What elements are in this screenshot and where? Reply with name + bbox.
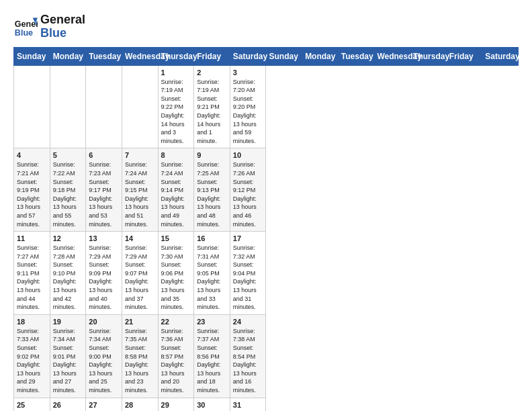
calendar-cell bbox=[50, 65, 86, 148]
day-number: 10 bbox=[233, 151, 263, 159]
col-header-friday: Friday bbox=[446, 47, 482, 65]
day-info: Sunrise: 7:31 AM Sunset: 9:05 PM Dayligh… bbox=[197, 244, 227, 312]
calendar-cell: 24Sunrise: 7:38 AM Sunset: 8:54 PM Dayli… bbox=[230, 314, 266, 398]
calendar-cell: 15Sunrise: 7:30 AM Sunset: 9:06 PM Dayli… bbox=[158, 232, 194, 315]
logo-icon: General Blue bbox=[13, 15, 38, 39]
day-info: Sunrise: 7:21 AM Sunset: 9:19 PM Dayligh… bbox=[17, 161, 47, 228]
calendar-cell: 5Sunrise: 7:22 AM Sunset: 9:18 PM Daylig… bbox=[50, 148, 86, 232]
calendar-table: SundayMondayTuesdayWednesdayThursdayFrid… bbox=[13, 47, 519, 411]
calendar-cell bbox=[14, 65, 50, 148]
calendar-cell: 27Sunrise: 7:40 AM Sunset: 8:50 PM Dayli… bbox=[86, 398, 122, 411]
logo: General Blue GeneralBlue bbox=[13, 13, 85, 40]
calendar-cell: 7Sunrise: 7:24 AM Sunset: 9:15 PM Daylig… bbox=[122, 148, 158, 232]
day-info: Sunrise: 7:29 AM Sunset: 9:07 PM Dayligh… bbox=[125, 244, 155, 312]
day-info: Sunrise: 7:22 AM Sunset: 9:18 PM Dayligh… bbox=[53, 161, 83, 228]
day-number: 26 bbox=[53, 401, 83, 409]
calendar-cell: 21Sunrise: 7:35 AM Sunset: 8:58 PM Dayli… bbox=[122, 314, 158, 398]
day-number: 7 bbox=[125, 151, 155, 159]
day-number: 16 bbox=[197, 234, 227, 242]
calendar-cell: 30Sunrise: 7:43 AM Sunset: 8:46 PM Dayli… bbox=[194, 398, 230, 411]
day-info: Sunrise: 7:19 AM Sunset: 9:22 PM Dayligh… bbox=[161, 78, 191, 146]
day-info: Sunrise: 7:26 AM Sunset: 9:12 PM Dayligh… bbox=[233, 161, 263, 228]
header-monday: Monday bbox=[50, 47, 86, 65]
day-number: 11 bbox=[17, 234, 47, 242]
day-info: Sunrise: 7:28 AM Sunset: 9:10 PM Dayligh… bbox=[53, 244, 83, 312]
calendar-cell: 26Sunrise: 7:39 AM Sunset: 8:52 PM Dayli… bbox=[50, 398, 86, 411]
header-thursday: Thursday bbox=[158, 47, 194, 65]
day-number: 21 bbox=[125, 318, 155, 326]
day-info: Sunrise: 7:33 AM Sunset: 9:02 PM Dayligh… bbox=[17, 327, 47, 395]
day-info: Sunrise: 7:36 AM Sunset: 8:57 PM Dayligh… bbox=[161, 327, 191, 395]
day-number: 28 bbox=[125, 401, 155, 409]
calendar-cell: 1Sunrise: 7:19 AM Sunset: 9:22 PM Daylig… bbox=[158, 65, 194, 148]
day-info: Sunrise: 7:35 AM Sunset: 8:58 PM Dayligh… bbox=[125, 327, 155, 395]
calendar-cell: 18Sunrise: 7:33 AM Sunset: 9:02 PM Dayli… bbox=[14, 314, 50, 398]
day-number: 14 bbox=[125, 234, 155, 242]
calendar-cell: 19Sunrise: 7:34 AM Sunset: 9:01 PM Dayli… bbox=[50, 314, 86, 398]
day-info: Sunrise: 7:29 AM Sunset: 9:09 PM Dayligh… bbox=[89, 244, 119, 312]
day-number: 13 bbox=[89, 234, 119, 242]
calendar-cell: 22Sunrise: 7:36 AM Sunset: 8:57 PM Dayli… bbox=[158, 314, 194, 398]
calendar-header-row: SundayMondayTuesdayWednesdayThursdayFrid… bbox=[14, 47, 519, 65]
col-header-monday: Monday bbox=[302, 47, 339, 65]
week-row-3: 11Sunrise: 7:27 AM Sunset: 9:11 PM Dayli… bbox=[14, 232, 519, 315]
day-info: Sunrise: 7:19 AM Sunset: 9:21 PM Dayligh… bbox=[197, 78, 227, 146]
col-header-saturday: Saturday bbox=[482, 47, 519, 65]
header-saturday: Saturday bbox=[230, 47, 266, 65]
day-number: 12 bbox=[53, 234, 83, 242]
day-number: 19 bbox=[53, 318, 83, 326]
day-number: 5 bbox=[53, 151, 83, 159]
col-header-wednesday: Wednesday bbox=[374, 47, 410, 65]
day-number: 1 bbox=[161, 68, 191, 77]
week-row-4: 18Sunrise: 7:33 AM Sunset: 9:02 PM Dayli… bbox=[14, 314, 519, 398]
day-number: 22 bbox=[161, 318, 191, 326]
day-info: Sunrise: 7:32 AM Sunset: 9:04 PM Dayligh… bbox=[233, 244, 263, 312]
svg-text:Blue: Blue bbox=[15, 28, 33, 37]
calendar-cell: 2Sunrise: 7:19 AM Sunset: 9:21 PM Daylig… bbox=[194, 65, 230, 148]
calendar-cell bbox=[122, 65, 158, 148]
day-number: 4 bbox=[17, 151, 47, 159]
page-header: General Blue GeneralBlue bbox=[13, 13, 519, 40]
calendar-cell bbox=[86, 65, 122, 148]
calendar-cell: 11Sunrise: 7:27 AM Sunset: 9:11 PM Dayli… bbox=[14, 232, 50, 315]
day-info: Sunrise: 7:25 AM Sunset: 9:13 PM Dayligh… bbox=[197, 161, 227, 228]
calendar-cell: 29Sunrise: 7:42 AM Sunset: 8:47 PM Dayli… bbox=[158, 398, 194, 411]
day-number: 9 bbox=[197, 151, 227, 159]
col-header-sunday: Sunday bbox=[266, 47, 302, 65]
day-info: Sunrise: 7:30 AM Sunset: 9:06 PM Dayligh… bbox=[161, 244, 191, 312]
calendar-cell: 3Sunrise: 7:20 AM Sunset: 9:20 PM Daylig… bbox=[230, 65, 266, 148]
logo-text: GeneralBlue bbox=[40, 13, 85, 40]
day-number: 23 bbox=[197, 318, 227, 326]
day-number: 18 bbox=[17, 318, 47, 326]
calendar-cell: 25Sunrise: 7:39 AM Sunset: 8:53 PM Dayli… bbox=[14, 398, 50, 411]
day-number: 20 bbox=[89, 318, 119, 326]
day-info: Sunrise: 7:34 AM Sunset: 9:01 PM Dayligh… bbox=[53, 327, 83, 395]
calendar-cell: 14Sunrise: 7:29 AM Sunset: 9:07 PM Dayli… bbox=[122, 232, 158, 315]
col-header-thursday: Thursday bbox=[410, 47, 447, 65]
calendar-cell: 9Sunrise: 7:25 AM Sunset: 9:13 PM Daylig… bbox=[194, 148, 230, 232]
day-number: 31 bbox=[233, 401, 263, 409]
day-info: Sunrise: 7:37 AM Sunset: 8:56 PM Dayligh… bbox=[197, 327, 227, 395]
day-number: 3 bbox=[233, 68, 263, 77]
day-number: 6 bbox=[89, 151, 119, 159]
calendar-cell: 8Sunrise: 7:24 AM Sunset: 9:14 PM Daylig… bbox=[158, 148, 194, 232]
day-number: 27 bbox=[89, 401, 119, 409]
calendar-cell: 28Sunrise: 7:41 AM Sunset: 8:49 PM Dayli… bbox=[122, 398, 158, 411]
day-info: Sunrise: 7:23 AM Sunset: 9:17 PM Dayligh… bbox=[89, 161, 119, 228]
calendar-cell: 12Sunrise: 7:28 AM Sunset: 9:10 PM Dayli… bbox=[50, 232, 86, 315]
day-info: Sunrise: 7:24 AM Sunset: 9:14 PM Dayligh… bbox=[161, 161, 191, 228]
header-tuesday: Tuesday bbox=[86, 47, 122, 65]
day-number: 24 bbox=[233, 318, 263, 326]
calendar-cell: 17Sunrise: 7:32 AM Sunset: 9:04 PM Dayli… bbox=[230, 232, 266, 315]
day-number: 17 bbox=[233, 234, 263, 242]
calendar-cell: 13Sunrise: 7:29 AM Sunset: 9:09 PM Dayli… bbox=[86, 232, 122, 315]
day-info: Sunrise: 7:34 AM Sunset: 9:00 PM Dayligh… bbox=[89, 327, 119, 395]
week-row-2: 4Sunrise: 7:21 AM Sunset: 9:19 PM Daylig… bbox=[14, 148, 519, 232]
header-wednesday: Wednesday bbox=[122, 47, 158, 65]
calendar-cell: 4Sunrise: 7:21 AM Sunset: 9:19 PM Daylig… bbox=[14, 148, 50, 232]
day-info: Sunrise: 7:27 AM Sunset: 9:11 PM Dayligh… bbox=[17, 244, 47, 312]
day-number: 30 bbox=[197, 401, 227, 409]
day-info: Sunrise: 7:38 AM Sunset: 8:54 PM Dayligh… bbox=[233, 327, 263, 395]
week-row-1: 1Sunrise: 7:19 AM Sunset: 9:22 PM Daylig… bbox=[14, 65, 519, 148]
day-number: 29 bbox=[161, 401, 191, 409]
